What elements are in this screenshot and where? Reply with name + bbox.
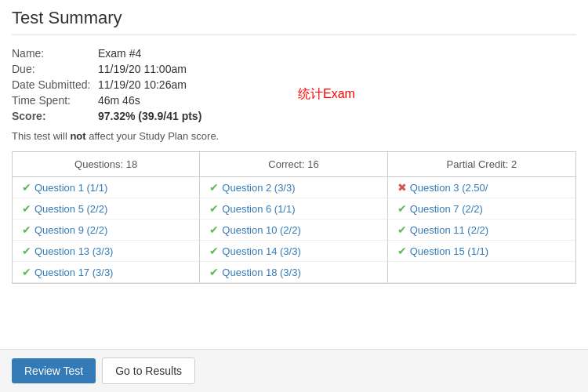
study-plan-text1: This test will	[12, 130, 67, 142]
question-cell: ✖Question 3 (2.50/	[388, 177, 575, 198]
question-cell: ✔Question 18 (3/3)	[200, 262, 387, 283]
info-table: Name: Exam #4 Due: 11/19/20 11:00am Date…	[12, 47, 576, 122]
question-cell: ✔Question 15 (1/1)	[388, 241, 575, 262]
question-link[interactable]: Question 9 (2/2)	[34, 224, 107, 236]
date-submitted-value: 11/19/20 10:26am	[98, 78, 187, 91]
question-link[interactable]: Question 18 (3/3)	[222, 267, 300, 278]
question-link[interactable]: Question 3 (2.50/	[410, 182, 488, 194]
question-link[interactable]: Question 11 (2/2)	[410, 224, 488, 236]
check-icon: ✔	[22, 266, 31, 278]
question-link[interactable]: Question 2 (3/3)	[222, 182, 295, 194]
due-value: 11/19/20 11:00am	[98, 63, 187, 75]
question-link[interactable]: Question 13 (3/3)	[34, 245, 113, 257]
name-value: Exam #4	[98, 47, 141, 60]
check-icon: ✔	[22, 181, 31, 194]
check-icon: ✔	[209, 245, 219, 257]
empty-cell	[388, 262, 575, 283]
question-cell: ✔Question 6 (1/1)	[200, 198, 387, 220]
question-cell: ✔Question 1 (1/1)	[13, 177, 200, 198]
question-link[interactable]: Question 6 (1/1)	[222, 203, 295, 215]
check-icon: ✔	[209, 181, 219, 194]
question-cell: ✔Question 17 (3/3)	[13, 262, 200, 283]
question-cell: ✔Question 9 (2/2)	[13, 220, 200, 241]
name-row: Name: Exam #4	[12, 47, 576, 60]
footer-bar: Review Test Go to Results	[0, 349, 588, 392]
go-to-results-button[interactable]: Go to Results	[102, 358, 195, 384]
check-icon: ✔	[22, 202, 31, 215]
question-link[interactable]: Question 10 (2/2)	[222, 224, 300, 236]
question-link[interactable]: Question 5 (2/2)	[34, 203, 107, 215]
date-submitted-label: Date Submitted:	[12, 78, 98, 91]
due-row: Due: 11/19/20 11:00am	[12, 63, 576, 75]
check-icon: ✔	[209, 223, 219, 236]
check-icon: ✔	[397, 245, 407, 257]
date-submitted-row: Date Submitted: 11/19/20 10:26am	[12, 78, 576, 91]
main-container: Test Summary Name: Exam #4 Due: 11/19/20…	[0, 0, 588, 292]
time-spent-label: Time Spent:	[12, 94, 98, 107]
question-cell: ✔Question 7 (2/2)	[388, 198, 575, 220]
check-icon: ✔	[22, 223, 31, 236]
question-link[interactable]: Question 17 (3/3)	[34, 267, 113, 278]
check-icon: ✔	[209, 266, 219, 278]
question-cell: ✔Question 11 (2/2)	[388, 220, 575, 241]
study-plan-note: This test will not affect your Study Pla…	[12, 130, 576, 142]
score-label: Score:	[12, 110, 98, 122]
name-label: Name:	[12, 47, 98, 60]
time-spent-value: 46m 46s	[98, 94, 140, 107]
time-spent-row: Time Spent: 46m 46s	[12, 94, 576, 107]
score-value: 97.32% (39.9/41 pts)	[98, 110, 201, 122]
due-label: Due:	[12, 63, 98, 75]
study-plan-text2: affect your Study Plan score.	[89, 130, 219, 142]
questions-grid: ✔Question 1 (1/1)✔Question 2 (3/3)✖Quest…	[12, 176, 576, 284]
questions-stat: Questions: 18	[13, 152, 200, 176]
partial-stat: Partial Credit: 2	[388, 152, 575, 176]
question-cell: ✔Question 13 (3/3)	[13, 241, 200, 262]
stats-header: Questions: 18 Correct: 16 Partial Credit…	[12, 151, 576, 176]
correct-stat: Correct: 16	[200, 152, 387, 176]
score-row: Score: 97.32% (39.9/41 pts)	[12, 110, 576, 122]
question-link[interactable]: Question 7 (2/2)	[410, 203, 483, 215]
question-link[interactable]: Question 1 (1/1)	[34, 182, 107, 194]
review-test-button[interactable]: Review Test	[12, 358, 96, 383]
question-cell: ✔Question 5 (2/2)	[13, 198, 200, 220]
check-icon: ✔	[397, 223, 407, 236]
question-cell: ✔Question 2 (3/3)	[200, 177, 387, 198]
question-link[interactable]: Question 15 (1/1)	[410, 245, 488, 257]
partial-icon: ✖	[397, 181, 407, 194]
study-plan-not: not	[70, 130, 85, 142]
question-link[interactable]: Question 14 (3/3)	[222, 245, 300, 257]
page-title: Test Summary	[12, 8, 576, 35]
check-icon: ✔	[397, 202, 407, 215]
check-icon: ✔	[209, 202, 219, 215]
question-cell: ✔Question 10 (2/2)	[200, 220, 387, 241]
check-icon: ✔	[22, 245, 31, 257]
question-cell: ✔Question 14 (3/3)	[200, 241, 387, 262]
